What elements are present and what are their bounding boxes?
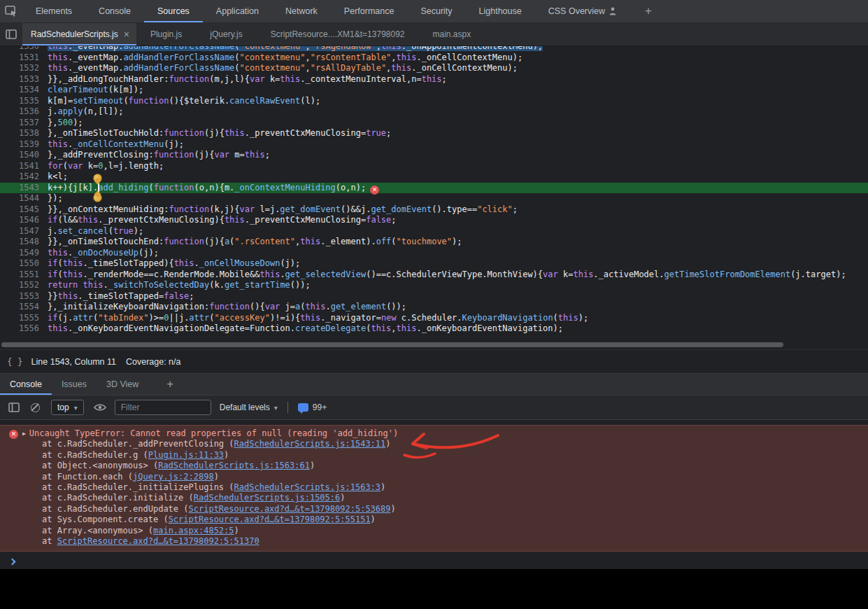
code-line-1553[interactable]: 1553}}this._timeSlotTapped=false; xyxy=(0,291,868,302)
stack-frame-text: ) xyxy=(385,439,390,449)
live-expression-eye-icon[interactable] xyxy=(94,403,106,412)
stack-frame: at Sys.Component.create (ScriptResource.… xyxy=(0,514,868,525)
code-line-1543[interactable]: 1543k++){j[k].add_hiding(function(o,n){m… xyxy=(0,183,868,194)
code-line-1541[interactable]: 1541for(var k=0,l=j.length; xyxy=(0,161,868,172)
line-text: this._onCellContextMenu(j); xyxy=(48,139,184,149)
file-tab-radschedulerscripts-js[interactable]: RadSchedulerScripts.js× xyxy=(22,23,136,46)
code-line-1556[interactable]: 1556this._onKeyboardEventNavigationDeleg… xyxy=(0,323,868,335)
stack-frame: at c.RadScheduler.g (Plugin.js:11:33) xyxy=(0,450,868,461)
stack-frame-link[interactable]: RadSchedulerScripts.js:1563:3 xyxy=(234,482,381,492)
stack-frame-link[interactable]: RadSchedulerScripts.js:1543:11 xyxy=(234,439,386,449)
devtools-panel-bar: ElementsConsoleSourcesApplicationNetwork… xyxy=(0,0,868,23)
close-icon[interactable]: × xyxy=(124,29,129,39)
console-error-message[interactable]: Uncaught TypeError: Cannot read properti… xyxy=(0,428,868,439)
navigator-toggle-icon[interactable] xyxy=(0,23,22,46)
code-line-1547[interactable]: 1547j.set_cancel(true); xyxy=(0,226,868,237)
code-line-1545[interactable]: 1545}},_onContextMenuHiding:function(k,j… xyxy=(0,204,868,216)
stack-frame-link[interactable]: main.aspx:4852:5 xyxy=(153,526,234,536)
stack-frame-link[interactable]: ScriptResource.axd?d…&t=13798092:5:51370 xyxy=(57,536,259,546)
line-text: },500); xyxy=(48,118,83,127)
panel-tab-security[interactable]: Security xyxy=(407,0,465,22)
code-line-1552[interactable]: 1552return this._switchToSelectedDay(k.g… xyxy=(0,280,868,291)
code-line-1532[interactable]: 1532this._eventMap.addHandlerForClassNam… xyxy=(0,63,868,74)
panel-tab-css-overview[interactable]: CSS Overview xyxy=(535,0,629,22)
context-selector-value: top xyxy=(57,402,69,412)
pretty-print-button[interactable]: { } xyxy=(7,356,23,367)
code-line-1534[interactable]: 1534clearTimeout(k[m]); xyxy=(0,85,868,96)
drawer-tab-console[interactable]: Console xyxy=(0,374,52,395)
panel-tab-elements[interactable]: Elements xyxy=(22,0,85,22)
console-prompt[interactable] xyxy=(0,554,868,569)
drawer-tab-3d-view[interactable]: 3D View xyxy=(97,374,148,395)
panel-tab-console[interactable]: Console xyxy=(85,0,144,22)
code-line-1542[interactable]: 1542k<l; xyxy=(0,172,868,183)
code-line-1551[interactable]: 1551if(this._renderMode==c.RenderMode.Mo… xyxy=(0,270,868,281)
source-editor[interactable]: 1530this._eventMap.addHandlerForClassNam… xyxy=(0,46,868,341)
code-line-1530[interactable]: 1530this._eventMap.addHandlerForClassNam… xyxy=(0,46,868,52)
filter-input[interactable] xyxy=(115,400,211,415)
code-line-1554[interactable]: 1554},_initializeKeyboardNavigation:func… xyxy=(0,302,868,313)
code-line-1537[interactable]: 1537},500); xyxy=(0,118,868,129)
panel-tab-lighthouse[interactable]: Lighthouse xyxy=(466,0,535,22)
code-line-1533[interactable]: 1533}},_addLongTouchHandler:function(m,j… xyxy=(0,74,868,85)
horizontal-scrollbar[interactable] xyxy=(0,341,868,349)
chevron-down-icon: ▾ xyxy=(274,404,278,412)
line-number: 1537 xyxy=(0,118,39,129)
stack-frame-link[interactable]: jQuery.js:2:2898 xyxy=(133,472,214,482)
expand-triangle-icon[interactable] xyxy=(22,430,26,437)
coverage-status[interactable]: Coverage: n/a xyxy=(126,357,181,367)
code-line-1536[interactable]: 1536j.apply(n,[l]); xyxy=(0,106,868,118)
code-line-1540[interactable]: 1540},_addPreventClosing:function(j){var… xyxy=(0,150,868,161)
code-text: if(l&&this._preventCtxMenuClosing){this.… xyxy=(39,215,868,226)
line-text: this._eventMap.addHandlerForClassName("c… xyxy=(48,52,522,62)
stack-frame-link[interactable]: ScriptResource.axd?d…&t=13798092:5:55151 xyxy=(169,514,371,524)
file-tab-scriptresource-xm1-t-13798092[interactable]: ScriptResource....XM1&t=13798092 xyxy=(257,23,419,46)
stack-frame-link[interactable]: RadSchedulerScripts.js:1563:61 xyxy=(158,461,310,470)
code-line-1544[interactable]: 1544}); xyxy=(0,193,868,204)
file-tab-label: ScriptResource....XM1&t=13798092 xyxy=(271,29,405,39)
code-line-1538[interactable]: 1538},_onTimeSlotTouchHold:function(j){t… xyxy=(0,128,868,139)
selection-handle-top[interactable] xyxy=(93,174,102,183)
panel-tab-network[interactable]: Network xyxy=(272,0,331,22)
scrollbar-thumb[interactable] xyxy=(1,342,783,347)
file-tab-plugin-js[interactable]: Plugin.js xyxy=(136,23,196,46)
add-drawer-tab-button[interactable]: + xyxy=(166,377,173,391)
code-line-1550[interactable]: 1550if(this._timeSlotTapped){this._onCel… xyxy=(0,258,868,270)
code-line-1535[interactable]: 1535k[m]=setTimeout(function(){$telerik.… xyxy=(0,96,868,107)
stack-frame-link[interactable]: Plugin.js:11:33 xyxy=(148,450,224,460)
panel-tab-application[interactable]: Application xyxy=(203,0,272,22)
add-panel-button[interactable]: + xyxy=(645,4,652,18)
line-text: k[m]=setTimeout(function(){$telerik.canc… xyxy=(48,96,320,106)
issues-counter[interactable]: 99+ xyxy=(298,402,327,412)
stack-frame-text: at c.RadScheduler.initialize ( xyxy=(42,493,194,503)
selection-handle-bottom[interactable] xyxy=(93,193,102,202)
code-text: if(j.attr("tabIndex")>=0||j.attr("access… xyxy=(39,313,868,324)
code-text: this._onDocMouseUp(j); xyxy=(39,248,868,259)
code-line-1546[interactable]: 1546if(l&&this._preventCtxMenuClosing){t… xyxy=(0,215,868,226)
file-tab-jquery-js[interactable]: jQuery.js xyxy=(196,23,256,46)
code-line-1531[interactable]: 1531this._eventMap.addHandlerForClassNam… xyxy=(0,52,868,64)
file-tab-main-aspx[interactable]: main.aspx xyxy=(419,23,485,46)
code-line-1549[interactable]: 1549this._onDocMouseUp(j); xyxy=(0,248,868,259)
drawer-tab-bar: ConsoleIssues3D View + xyxy=(0,373,868,396)
code-line-1539[interactable]: 1539this._onCellContextMenu(j); xyxy=(0,139,868,150)
line-number: 1536 xyxy=(0,106,39,118)
panel-tab-performance[interactable]: Performance xyxy=(331,0,408,22)
stack-frame-link[interactable]: ScriptResource.axd?d…&t=13798092:5:53689 xyxy=(189,504,391,514)
code-text: },_onTimeSlotTouchHold:function(j){this.… xyxy=(39,128,868,139)
code-text: k[m]=setTimeout(function(){$telerik.canc… xyxy=(39,96,868,107)
context-selector[interactable]: top ▾ xyxy=(51,400,84,415)
panel-tab-sources[interactable]: Sources xyxy=(144,0,203,22)
clear-console-icon[interactable] xyxy=(31,403,40,412)
console-sidebar-toggle-icon[interactable] xyxy=(8,402,20,412)
stack-frame-link[interactable]: RadSchedulerScripts.js:1505:6 xyxy=(194,493,341,503)
inspect-element-icon[interactable] xyxy=(0,0,22,22)
code-line-1548[interactable]: 1548}},_onTimeSlotTouchEnd:function(j){a… xyxy=(0,237,868,248)
line-text: clearTimeout(k[m]); xyxy=(48,85,143,94)
drawer-tab-issues[interactable]: Issues xyxy=(52,374,97,395)
stack-frame-text: at c.RadScheduler._initializePlugins ( xyxy=(42,482,234,492)
code-lines: 1530this._eventMap.addHandlerForClassNam… xyxy=(0,46,868,335)
code-line-1555[interactable]: 1555if(j.attr("tabIndex")>=0||j.attr("ac… xyxy=(0,313,868,324)
error-icon xyxy=(9,430,18,439)
log-levels-dropdown[interactable]: Default levels ▾ xyxy=(220,402,278,412)
